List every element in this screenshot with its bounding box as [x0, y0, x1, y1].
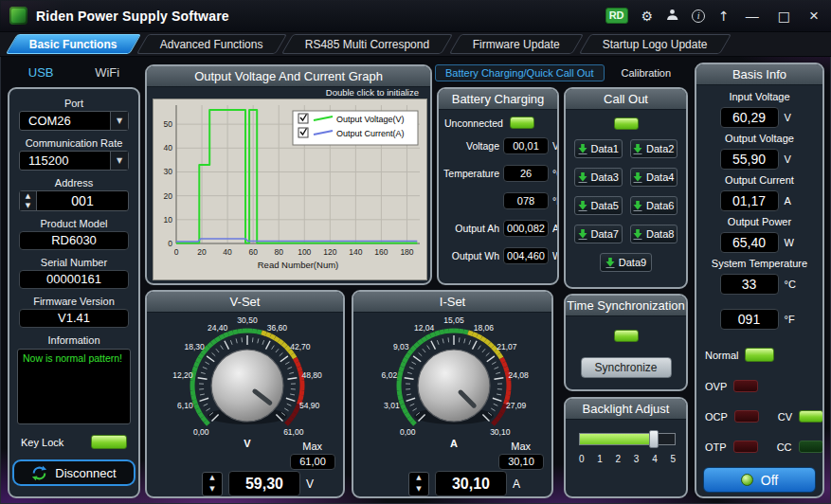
- vset-gauge-knob[interactable]: 0,006,1012,2018,3024,4030,5036,6042,7048…: [154, 314, 340, 456]
- callout-data1-button[interactable]: Data1: [574, 139, 623, 158]
- stepper-up-icon[interactable]: ▲: [203, 473, 222, 484]
- address-stepper[interactable]: ▲ ▼ 001: [19, 190, 129, 211]
- address-value: 001: [37, 191, 128, 210]
- power-indicator-dot: [741, 474, 753, 486]
- battery-status-indicator: [510, 117, 534, 129]
- svg-text:30,10: 30,10: [490, 427, 511, 437]
- up-arrow-icon[interactable]: ↑: [718, 9, 730, 24]
- battery-unit-label: °F: [552, 195, 559, 207]
- vset-value-stepper[interactable]: ▲ ▼: [202, 472, 223, 496]
- battery-charging-title: Battery Charging: [439, 89, 557, 110]
- backlight-slider-fill: [580, 434, 654, 444]
- svg-text:12,20: 12,20: [172, 370, 193, 380]
- vset-title: V-Set: [147, 292, 343, 313]
- otp-label: OTP: [705, 441, 727, 453]
- tab-wifi[interactable]: WiFi: [95, 65, 119, 80]
- stepper-down-icon[interactable]: ▼: [203, 484, 222, 495]
- svg-text:20: 20: [164, 191, 173, 201]
- basis-field-row: 55,90V: [696, 148, 822, 171]
- iset-title: I-Set: [353, 292, 551, 313]
- tab-calibration[interactable]: Calibration: [612, 65, 681, 81]
- address-label: Address: [9, 177, 138, 189]
- tab-firmware-update[interactable]: Firmware Update: [449, 34, 584, 54]
- callout-data8-button[interactable]: Data8: [630, 225, 678, 243]
- communication-rate-select[interactable]: 115200 ▼: [19, 151, 129, 171]
- key-lock-label: Key Lock: [21, 437, 63, 448]
- disconnect-button[interactable]: Disconnect: [12, 459, 135, 486]
- tab-usb[interactable]: USB: [28, 65, 54, 80]
- port-select[interactable]: COM26 ▼: [19, 111, 129, 131]
- key-lock-indicator[interactable]: [91, 435, 127, 449]
- iset-unit-label: A: [513, 477, 520, 491]
- firmware-version-label: Firmware Version: [9, 296, 138, 307]
- information-label: Information: [9, 334, 138, 346]
- battery-row-label: Output Wh: [443, 250, 499, 261]
- cc-indicator: [799, 441, 823, 453]
- callout-data7-button[interactable]: Data7: [574, 225, 623, 243]
- vset-unit-label: V: [306, 477, 314, 491]
- minimize-button[interactable]: —: [743, 9, 762, 24]
- svg-text:Output Voltage(V): Output Voltage(V): [336, 115, 405, 124]
- output-off-button[interactable]: Off: [703, 467, 816, 493]
- svg-text:100: 100: [298, 247, 311, 257]
- svg-text:61,00: 61,00: [283, 427, 304, 437]
- callout-data5-button[interactable]: Data5: [574, 196, 623, 215]
- normal-indicator: [745, 348, 774, 362]
- backlight-tick-label: 3: [634, 454, 640, 464]
- callout-data6-button[interactable]: Data6: [630, 196, 678, 215]
- tab-rs485-multi-correspond[interactable]: RS485 Multi Correspond: [281, 34, 454, 54]
- stepper-down-icon[interactable]: ▼: [409, 484, 428, 495]
- app-logo-icon: [9, 7, 27, 25]
- download-arrow-icon: [578, 229, 587, 240]
- callout-button-label: Data4: [646, 171, 674, 183]
- settings-gear-icon[interactable]: ⚙: [641, 9, 654, 24]
- cc-label: CC: [777, 441, 792, 453]
- svg-text:36,60: 36,60: [267, 323, 288, 333]
- backlight-slider[interactable]: [579, 433, 676, 445]
- iset-value[interactable]: 30,10: [435, 471, 507, 496]
- svg-text:V: V: [244, 438, 251, 449]
- close-button[interactable]: ×: [806, 7, 822, 26]
- output-graph[interactable]: 02040608010012014016018001020304050Outpu…: [154, 99, 426, 279]
- tab-battery-charging-quick-call-out[interactable]: Battery Charging/Quick Call Out: [435, 64, 605, 81]
- maximize-button[interactable]: □: [775, 9, 793, 24]
- svg-text:160: 160: [374, 247, 388, 257]
- vset-value[interactable]: 59,30: [228, 471, 300, 496]
- callout-data4-button[interactable]: Data4: [630, 168, 678, 187]
- download-arrow-icon: [578, 144, 587, 154]
- chevron-down-icon[interactable]: ▼: [110, 112, 128, 130]
- backlight-slider-thumb[interactable]: [649, 430, 659, 448]
- callout-button-label: Data7: [591, 228, 619, 240]
- synchronize-button[interactable]: Synchronize: [581, 357, 672, 378]
- svg-text:24,40: 24,40: [208, 323, 228, 333]
- ovp-label: OVP: [705, 381, 727, 392]
- time-sync-title: Time Synchronization: [566, 296, 686, 316]
- basis-field-label: Output Voltage: [696, 133, 822, 147]
- rd-badge[interactable]: RD: [605, 8, 628, 24]
- graph-plot-area: 02040608010012014016018001020304050Outpu…: [153, 99, 427, 280]
- titlebar: Riden Power Supply Software RD ⚙ i ↑ — □…: [0, 0, 831, 32]
- stepper-up-icon[interactable]: ▲: [20, 191, 36, 201]
- iset-gauge-knob[interactable]: 0,003,016,029,0312,0415,0518,0621,0724,0…: [361, 314, 547, 456]
- tab-basic-functions[interactable]: Basic Functions: [6, 34, 141, 54]
- battery-value-box: 000,082: [503, 220, 549, 237]
- callout-data3-button[interactable]: Data3: [574, 168, 623, 187]
- function-tab-bar: Basic Functions Advanced Functions RS485…: [0, 32, 831, 57]
- user-icon[interactable]: [666, 9, 678, 24]
- svg-text:10: 10: [164, 215, 173, 225]
- stepper-up-icon[interactable]: ▲: [409, 473, 428, 484]
- tab-startup-logo-update[interactable]: Startup Logo Update: [579, 34, 732, 54]
- basis-unit-label: °F: [785, 314, 800, 325]
- tab-advanced-functions[interactable]: Advanced Functions: [136, 34, 287, 54]
- info-icon[interactable]: i: [692, 9, 705, 23]
- callout-data2-button[interactable]: Data2: [630, 139, 678, 158]
- battery-status-label: Unconnected: [444, 117, 503, 129]
- chevron-down-icon[interactable]: ▼: [110, 152, 128, 170]
- svg-text:140: 140: [349, 247, 362, 257]
- svg-text:60: 60: [248, 247, 258, 257]
- stepper-down-icon[interactable]: ▼: [20, 201, 36, 210]
- basis-field-row: 60,29V: [696, 106, 822, 129]
- iset-value-stepper[interactable]: ▲ ▼: [408, 472, 429, 496]
- svg-text:0,00: 0,00: [193, 427, 209, 437]
- callout-data9-button[interactable]: Data9: [600, 253, 652, 272]
